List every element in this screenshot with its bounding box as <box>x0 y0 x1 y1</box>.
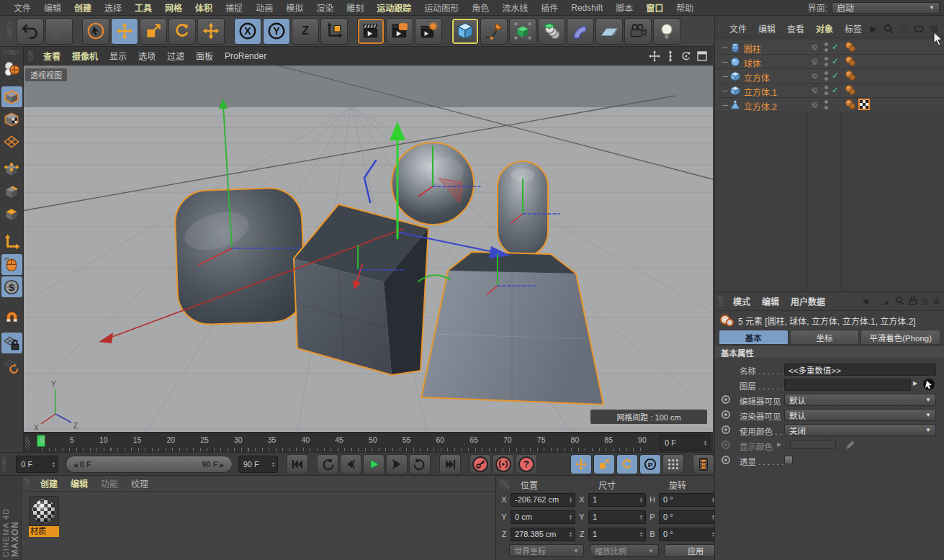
lock-icon[interactable] <box>909 296 917 307</box>
menu-animate[interactable]: 动画 <box>249 1 279 14</box>
xray-radio[interactable] <box>722 456 730 464</box>
zoom-view-icon[interactable] <box>664 50 677 63</box>
object-name[interactable]: 立方体.2 <box>744 100 777 112</box>
menu-mograph[interactable]: 运动图形 <box>418 1 465 14</box>
workplane-mode-button[interactable] <box>1 131 22 152</box>
vp-menu-display[interactable]: 显示 <box>104 50 132 62</box>
keyframe-rotation-button[interactable] <box>616 454 638 474</box>
phong-tag-icon[interactable] <box>845 84 856 96</box>
layer-toggle[interactable] <box>811 43 819 51</box>
record-key-button[interactable] <box>469 454 491 474</box>
enabled-check-icon[interactable]: ✓ <box>832 42 839 52</box>
menu-create[interactable]: 创建 <box>68 1 98 14</box>
model-mode-button[interactable] <box>1 86 22 107</box>
pos-y-field[interactable]: 0 cm▲▼ <box>511 510 575 524</box>
pos-z-field[interactable]: 278.385 cm▲▼ <box>511 528 575 541</box>
object-row-cube[interactable]: 立方体 ✓ <box>715 69 944 83</box>
current-frame-field[interactable]: 0 F ▲▼ <box>660 435 710 451</box>
y-axis-lock-button[interactable]: Y <box>263 18 290 45</box>
editor-visible-radio[interactable] <box>722 395 730 404</box>
mat-menu-create[interactable]: 创建 <box>34 477 64 489</box>
editor-visibility-dot[interactable] <box>824 100 828 104</box>
render-settings-button[interactable] <box>415 18 442 45</box>
menu-snap[interactable]: 捕捉 <box>219 1 249 14</box>
rotate-view-icon[interactable] <box>680 50 693 63</box>
mode-toolbar-drag-handle[interactable] <box>3 50 20 55</box>
mat-menu-texture[interactable]: 纹理 <box>125 477 155 489</box>
coord-system-dropdown[interactable]: 世界坐标▼ <box>509 544 584 557</box>
vp-menu-filter[interactable]: 过滤 <box>161 50 190 62</box>
keyframe-parameter-button[interactable]: P <box>639 454 661 474</box>
history-back-icon[interactable]: ◀ <box>862 297 868 306</box>
interface-dropdown[interactable]: 启动 ▼ <box>832 2 940 14</box>
object-name[interactable]: 立方体.1 <box>744 86 777 98</box>
axis-mode-button[interactable] <box>1 232 22 253</box>
play-backwards-button[interactable] <box>317 454 338 474</box>
color-picker-pen-icon[interactable] <box>845 440 856 450</box>
goto-start-button[interactable] <box>287 454 308 474</box>
rotate-tool-button[interactable] <box>168 18 196 45</box>
material-thumbnail[interactable] <box>29 496 59 526</box>
tab-coordinates[interactable]: 坐标 <box>790 330 860 345</box>
menu-plugins[interactable]: 插件 <box>534 1 565 14</box>
camera-button[interactable] <box>624 18 652 45</box>
object-name[interactable]: 球体 <box>744 57 761 69</box>
display-color-radio[interactable] <box>722 441 730 449</box>
menu-render[interactable]: 渲染 <box>310 1 340 14</box>
magnet-button[interactable] <box>1 304 22 325</box>
use-color-radio[interactable] <box>722 425 730 434</box>
pos-x-field[interactable]: -206.762 cm▲▼ <box>511 493 575 507</box>
om-menu-tags[interactable]: 标签 <box>839 22 868 35</box>
vp-menu-prorender[interactable]: ProRender <box>219 51 272 61</box>
material-name-label[interactable]: 材质 <box>29 526 59 537</box>
lock-workplane-button[interactable] <box>1 333 22 353</box>
display-color-swatch[interactable] <box>790 440 836 449</box>
points-mode-button[interactable] <box>1 159 22 180</box>
layer-pick-icon[interactable] <box>922 378 935 391</box>
timeline-track[interactable]: 051015202530354045505560657075808590 <box>30 433 657 452</box>
range-slider[interactable]: ◀ 0 F 90 F ▶ <box>66 456 233 473</box>
om-menu-edit[interactable]: 编辑 <box>752 22 781 35</box>
layer-toggle[interactable] <box>811 86 819 94</box>
pen-spline-button[interactable] <box>480 18 508 45</box>
om-menu-file[interactable]: 文件 <box>724 22 752 35</box>
spinner-icon[interactable]: ▲▼ <box>271 456 275 472</box>
eye-icon[interactable] <box>913 23 925 35</box>
render-picture-viewer-button[interactable] <box>386 18 413 45</box>
size-z-field[interactable]: 1▲▼ <box>588 528 646 541</box>
menu-motion-tracker[interactable]: 运动跟踪 <box>370 1 418 14</box>
bend-deformer-button[interactable] <box>567 18 594 45</box>
render-visibility-dot[interactable] <box>824 48 828 52</box>
xray-checkbox[interactable] <box>784 456 793 464</box>
object-row-cube2[interactable]: 立方体.2 <box>715 98 944 112</box>
layer-toggle[interactable] <box>811 101 819 109</box>
subdivision-surface-button[interactable] <box>509 18 536 45</box>
range-start-field[interactable]: 0 F ▲▼ <box>16 456 58 473</box>
phong-tag-icon[interactable] <box>845 99 856 110</box>
phong-tag-icon[interactable] <box>845 70 856 81</box>
menu-sculpt[interactable]: 雕刻 <box>340 1 370 14</box>
menu-tools[interactable]: 工具 <box>128 1 158 14</box>
rot-b-field[interactable]: 0 °▲▼ <box>659 528 718 541</box>
rot-h-field[interactable]: 0 °▲▼ <box>659 493 718 507</box>
viewport-menu-drag-handle[interactable] <box>28 50 33 62</box>
texture-mode-button[interactable] <box>1 109 22 130</box>
goto-end-button[interactable] <box>439 454 461 474</box>
filter-icon[interactable]: ▲ <box>883 297 891 306</box>
coordinate-system-button[interactable] <box>320 18 348 45</box>
render-visibility-dot[interactable] <box>824 63 828 66</box>
vp-menu-cameras[interactable]: 摄像机 <box>66 50 104 62</box>
am-add-icon[interactable]: ⊞ <box>933 297 940 306</box>
menu-volume[interactable]: 体积 <box>189 1 219 14</box>
timeline-drag-handle[interactable] <box>25 435 30 450</box>
floor-button[interactable] <box>595 18 623 45</box>
render-visible-radio[interactable] <box>722 410 730 419</box>
mat-menu-function[interactable]: 功能 <box>94 477 125 489</box>
use-color-dropdown[interactable]: 关闭▼ <box>784 424 936 436</box>
menu-pipeline[interactable]: 流水线 <box>495 1 534 14</box>
undo-button[interactable] <box>17 18 44 45</box>
vp-menu-options[interactable]: 选项 <box>132 50 161 62</box>
next-key-button[interactable] <box>386 454 408 474</box>
overflow-arrow-icon[interactable]: ▶ <box>868 23 879 35</box>
scale-tool-button[interactable] <box>140 18 167 45</box>
